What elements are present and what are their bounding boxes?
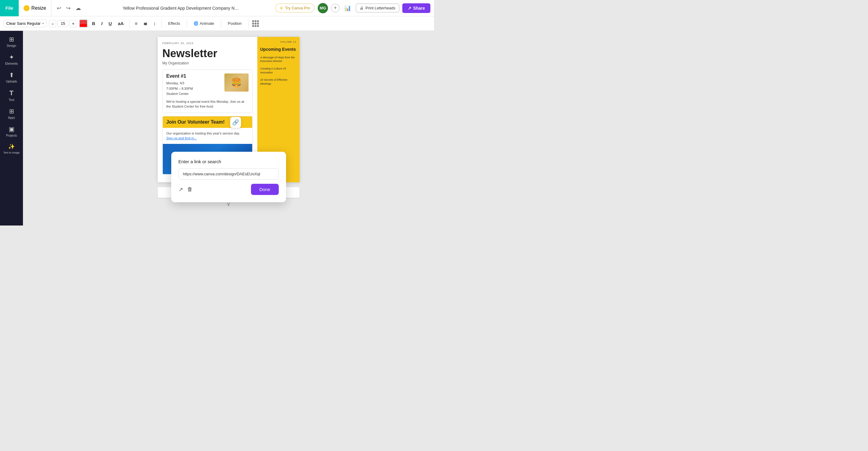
apps-icon: ⊞ [9, 108, 14, 115]
event-1-info: Event #1 Monday, 4/3 7:00PM – 8:30PM Stu… [166, 74, 193, 97]
sidebar-item-text-to-image[interactable]: ✨ Text to Image [1, 141, 22, 157]
event-1-title: Event #1 [166, 74, 193, 79]
crown-icon: ♛ [280, 6, 283, 10]
event-1-location: Student Center [166, 91, 193, 97]
text-color-swatch[interactable] [79, 19, 88, 28]
formatting-toolbar: Clear Sans Regular ▾ – + B I U aA ≡ ≣ ↕ … [0, 16, 434, 31]
grid-display-icon [252, 20, 259, 27]
increase-font-size-button[interactable]: + [69, 20, 77, 27]
color-swatch-fill [80, 20, 87, 24]
event-1-box: Event #1 Monday, 4/3 7:00PM – 8:30PM Stu… [162, 69, 252, 113]
sidebar-item-elements[interactable]: ✦ Elements [1, 51, 22, 68]
separator [129, 19, 130, 28]
separator-5 [248, 19, 249, 28]
event-1-time: 7:00PM – 8:30PM [166, 86, 193, 92]
design-icon: ⊞ [9, 36, 14, 43]
sidebar-article-3: 10 Secrets of Effective Meetings [260, 78, 297, 86]
line-height-button[interactable]: ↕ [152, 20, 158, 27]
volunteer-link[interactable]: Sign up and find m... [166, 136, 197, 140]
font-size-control: – + [49, 20, 77, 27]
top-bar: File ⚡ Resize ↩ ↪ ☁ Yellow Professional … [0, 0, 434, 16]
print-icon: 🖨 [360, 6, 364, 10]
event-1-date: Monday, 4/3 [166, 81, 193, 86]
share-icon: ↗ [408, 6, 411, 10]
text-icon: T [9, 89, 13, 97]
resize-icon: ⚡ [24, 5, 30, 11]
cloud-save-button[interactable]: ☁ [74, 3, 83, 13]
link-popup-title: Enter a link or search [179, 159, 279, 164]
bold-button[interactable]: B [90, 20, 97, 27]
done-button[interactable]: Done [251, 184, 279, 195]
underline-button[interactable]: U [106, 20, 114, 27]
projects-icon: ▣ [9, 125, 14, 133]
analytics-button[interactable]: 📊 [342, 3, 353, 13]
event-1-description: We're hosting a special event this Monda… [166, 99, 249, 109]
link-popup: Enter a link or search ↗ 🗑 Done [171, 152, 286, 202]
animate-button[interactable]: 🌀 Animate [191, 20, 217, 27]
newsletter-org: My Organization [162, 61, 252, 65]
undo-button[interactable]: ↩ [55, 3, 63, 13]
event-1-image: 🍔 [224, 74, 249, 92]
text-size-button[interactable]: aA [116, 20, 125, 27]
sidebar-item-uploads[interactable]: ⬆ Uploads [1, 69, 22, 86]
top-bar-right: ♛ Try Canva Pro MG + 📊 🖨 Print Letterhea… [275, 3, 434, 13]
newsletter-wrapper: 🔗 FEBRUARY 25, 2023 Newsletter My Organi… [158, 37, 300, 182]
link-icon-actions: ↗ 🗑 [179, 186, 193, 193]
uploads-icon: ⬆ [9, 71, 14, 79]
sidebar-item-design[interactable]: ⊞ Design [1, 33, 22, 50]
align-left-button[interactable]: ≡ [133, 20, 140, 27]
resize-label: Resize [31, 5, 46, 11]
file-menu[interactable]: File [0, 0, 19, 16]
open-link-button[interactable]: ↗ [179, 186, 183, 193]
separator-3 [187, 19, 187, 28]
effects-button[interactable]: Effects [165, 20, 183, 27]
link-popup-actions: ↗ 🗑 Done [179, 184, 279, 195]
delete-link-button[interactable]: 🗑 [187, 186, 193, 193]
volume-label: VOLUME 12 [260, 40, 297, 43]
share-button[interactable]: ↗ Share [402, 3, 430, 13]
canvas-area[interactable]: 🔗 FEBRUARY 25, 2023 Newsletter My Organi… [23, 31, 434, 225]
chevron-down-icon: ▾ [42, 22, 44, 25]
print-letterheads-button[interactable]: 🖨 Print Letterheads [356, 4, 399, 12]
italic-button[interactable]: I [99, 20, 104, 27]
newsletter-title[interactable]: Newsletter [162, 47, 252, 60]
separator-4 [221, 19, 221, 28]
document-title: Yellow Professional Gradient App Develop… [86, 6, 275, 10]
link-input[interactable] [179, 168, 279, 179]
align-center-button[interactable]: ≣ [142, 20, 149, 28]
sidebar-article-1: A Message of Hope from the Executive Dir… [260, 56, 297, 63]
resize-button[interactable]: ⚡ Resize [19, 0, 51, 16]
undo-redo-actions: ↩ ↪ ☁ [51, 3, 86, 13]
elements-icon: ✦ [9, 54, 14, 61]
sidebar-article-2: Creating a Culture Of Innovation [260, 67, 297, 74]
separator-2 [161, 19, 162, 28]
decrease-font-size-button[interactable]: – [49, 20, 56, 27]
upcoming-events-title: Upcoming Events [260, 47, 297, 52]
font-family-select[interactable]: Clear Sans Regular ▾ [4, 20, 46, 27]
link-float-icon[interactable]: 🔗 [230, 117, 241, 128]
newsletter-date: FEBRUARY 25, 2023 [162, 42, 252, 45]
main-layout: ⊞ Design ✦ Elements ⬆ Uploads T Text ⊞ A… [0, 31, 434, 225]
font-size-input[interactable] [57, 20, 68, 27]
event-1-header: Event #1 Monday, 4/3 7:00PM – 8:30PM Stu… [166, 74, 249, 97]
animate-icon: 🌀 [194, 21, 198, 26]
text-to-image-icon: ✨ [8, 143, 15, 150]
color-swatch-underline [80, 24, 87, 27]
redo-button[interactable]: ↪ [64, 3, 72, 13]
sidebar-item-text[interactable]: T Text [1, 87, 22, 104]
volunteer-text: Our organization is hosting this year's … [166, 132, 240, 135]
food-image-placeholder: 🍔 [231, 77, 242, 88]
volunteer-body: Our organization is hosting this year's … [163, 128, 252, 144]
add-account-button[interactable]: + [331, 4, 339, 12]
position-button[interactable]: Position [225, 20, 245, 27]
try-pro-button[interactable]: ♛ Try Canva Pro [275, 4, 315, 12]
left-sidebar: ⊞ Design ✦ Elements ⬆ Uploads T Text ⊞ A… [0, 31, 23, 225]
sidebar-item-projects[interactable]: ▣ Projects [1, 123, 22, 140]
avatar[interactable]: MG [318, 3, 328, 13]
sidebar-item-apps[interactable]: ⊞ Apps [1, 105, 22, 122]
